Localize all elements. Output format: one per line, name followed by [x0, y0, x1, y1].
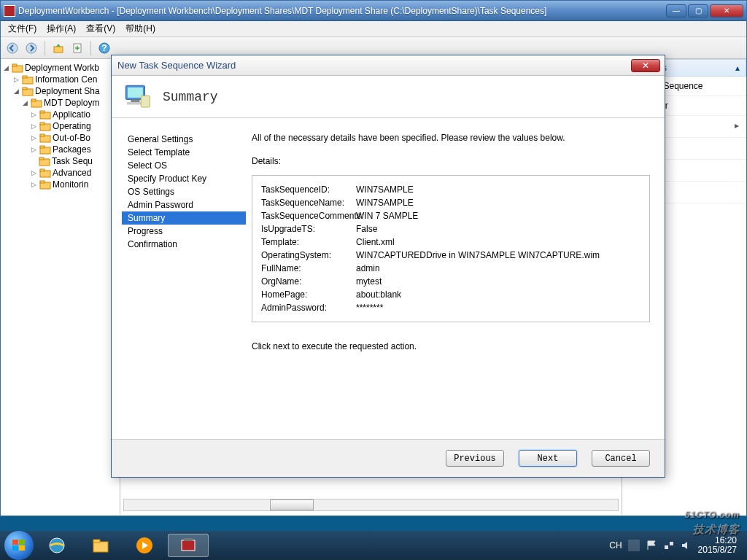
detail-key: IsUpgradeTS:: [261, 224, 356, 234]
next-button[interactable]: Next: [519, 450, 577, 467]
task-ie[interactable]: [36, 534, 77, 557]
back-button[interactable]: [5, 41, 20, 55]
svg-rect-15: [40, 111, 44, 113]
tree-panel[interactable]: ◢Deployment Workb ▷Information Cen ◢Depl…: [1, 59, 120, 514]
details-label: Details:: [252, 156, 650, 166]
flag-icon[interactable]: [646, 540, 657, 551]
detail-row: IsUpgradeTS:False: [261, 222, 640, 236]
detail-key: HomePage:: [261, 289, 356, 300]
detail-row: OrgName:mytest: [261, 275, 640, 288]
wizard-content: All of the necessary details have been s…: [246, 118, 665, 439]
export-button[interactable]: [70, 41, 85, 55]
titlebar[interactable]: DeploymentWorkbench - [Deployment Workbe…: [1, 1, 746, 21]
volume-icon[interactable]: [681, 540, 692, 551]
task-workbench[interactable]: [168, 534, 209, 557]
detail-value: False: [356, 224, 377, 234]
svg-rect-36: [19, 545, 25, 551]
minimize-button[interactable]: —: [666, 4, 686, 18]
help-icon[interactable]: ?: [97, 41, 112, 55]
clock-date[interactable]: 2015/8/27: [698, 545, 737, 555]
wizard-banner: Summary: [112, 76, 665, 118]
system-tray[interactable]: CH 16:20 2015/8/27: [609, 536, 743, 555]
maximize-button[interactable]: ▢: [688, 4, 708, 18]
svg-rect-11: [23, 88, 27, 90]
svg-rect-30: [131, 99, 139, 102]
svg-rect-19: [40, 134, 44, 136]
task-media[interactable]: [124, 534, 165, 557]
menu-file[interactable]: 文件(F): [4, 21, 41, 36]
svg-rect-44: [665, 545, 668, 549]
wizard-note: Click next to execute the requested acti…: [252, 341, 650, 351]
svg-rect-13: [31, 99, 36, 101]
wizard-steps: General Settings Select Template Select …: [112, 118, 246, 439]
step-os[interactable]: Select OS: [122, 159, 246, 172]
svg-rect-39: [93, 540, 100, 542]
step-summary[interactable]: Summary: [122, 211, 246, 225]
wizard-titlebar[interactable]: New Task Sequence Wizard ✕: [112, 55, 665, 76]
step-progress[interactable]: Progress: [122, 225, 246, 238]
wizard-title: New Task Sequence Wizard: [116, 60, 631, 71]
detail-key: OrgName:: [261, 276, 356, 287]
tray-icon[interactable]: [628, 540, 640, 551]
svg-rect-35: [12, 545, 18, 551]
detail-key: OperatingSystem:: [261, 250, 356, 260]
wizard-instruction: All of the necessary details have been s…: [252, 133, 650, 143]
svg-rect-21: [40, 146, 44, 148]
svg-rect-9: [23, 76, 27, 78]
task-explorer[interactable]: [80, 534, 121, 557]
svg-rect-2: [54, 47, 63, 52]
up-button[interactable]: [51, 41, 66, 55]
taskbar: CH 16:20 2015/8/27: [0, 531, 747, 560]
tree-info[interactable]: Information Cen: [35, 74, 97, 85]
tree-adv[interactable]: Advanced: [53, 168, 91, 178]
svg-rect-32: [141, 96, 150, 107]
detail-key: FullName:: [261, 263, 356, 273]
svg-rect-25: [40, 169, 44, 171]
window-title: DeploymentWorkbench - [Deployment Workbe…: [18, 6, 666, 16]
detail-value: mytest: [356, 276, 382, 287]
tree-ts[interactable]: Task Sequ: [52, 156, 93, 166]
wizard-step-title: Summary: [163, 90, 218, 104]
svg-rect-29: [128, 87, 143, 97]
step-admin[interactable]: Admin Password: [122, 198, 246, 211]
menu-action[interactable]: 操作(A): [42, 21, 80, 36]
tree-pkg[interactable]: Packages: [53, 144, 91, 155]
detail-value: WIN7SAMPLE: [356, 198, 414, 208]
chevron-up-icon: ▴: [735, 63, 740, 73]
svg-rect-41: [182, 540, 195, 551]
svg-rect-27: [40, 181, 44, 183]
step-confirm[interactable]: Confirmation: [122, 238, 246, 251]
detail-key: Template:: [261, 237, 356, 247]
tree-shares[interactable]: Deployment Sha: [35, 86, 100, 96]
tree-oob[interactable]: Out-of-Bo: [53, 133, 90, 143]
tree-mon[interactable]: Monitorin: [53, 179, 88, 190]
tree-apps[interactable]: Applicatio: [53, 109, 90, 120]
detail-value: admin: [356, 263, 380, 273]
svg-rect-38: [93, 542, 108, 552]
detail-row: TaskSequenceName:WIN7SAMPLE: [261, 196, 640, 209]
step-template[interactable]: Select Template: [122, 146, 246, 159]
step-general[interactable]: General Settings: [122, 133, 246, 146]
menu-help[interactable]: 帮助(H): [121, 21, 160, 36]
tree-mdt[interactable]: MDT Deploym: [44, 98, 99, 108]
menu-view[interactable]: 查看(V): [82, 21, 120, 36]
step-ossettings[interactable]: OS Settings: [122, 185, 246, 198]
wizard-close-button[interactable]: ✕: [631, 59, 660, 72]
start-button[interactable]: [4, 531, 34, 560]
step-key[interactable]: Specify Product Key: [122, 172, 246, 185]
menubar: 文件(F) 操作(A) 查看(V) 帮助(H): [1, 21, 746, 37]
detail-key: AdminPassword:: [261, 303, 356, 313]
previous-button[interactable]: Previous: [446, 450, 504, 467]
horizontal-scrollbar[interactable]: [123, 499, 619, 511]
cancel-button[interactable]: Cancel: [592, 450, 650, 467]
detail-value: WIN 7 SAMPLE: [356, 211, 418, 221]
detail-row: AdminPassword:********: [261, 301, 640, 314]
ime-indicator[interactable]: CH: [609, 540, 622, 551]
forward-button[interactable]: [24, 41, 39, 55]
detail-key: TaskSequenceName:: [261, 198, 356, 208]
tree-root[interactable]: Deployment Workb: [25, 63, 99, 73]
tree-os[interactable]: Operating: [53, 121, 91, 131]
network-icon[interactable]: [663, 540, 675, 551]
svg-rect-7: [12, 64, 17, 66]
close-button[interactable]: ✕: [710, 4, 743, 18]
